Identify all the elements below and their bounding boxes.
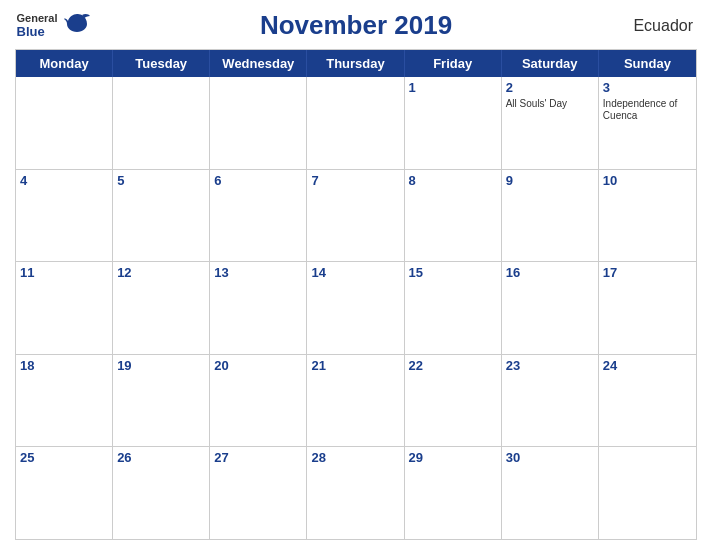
day-header-wednesday: Wednesday	[210, 50, 307, 77]
day-number: 19	[117, 358, 205, 374]
day-cell: 5	[113, 170, 210, 262]
day-header-thursday: Thursday	[307, 50, 404, 77]
day-cell: 20	[210, 355, 307, 447]
day-cell: 23	[502, 355, 599, 447]
calendar-title: November 2019	[89, 10, 623, 41]
week-row-2: 45678910	[16, 169, 696, 262]
day-number: 26	[117, 450, 205, 466]
day-cell: 8	[405, 170, 502, 262]
header: General Blue November 2019 Ecuador	[15, 10, 697, 41]
day-number: 6	[214, 173, 302, 189]
day-cell: 1	[405, 77, 502, 169]
day-headers-row: MondayTuesdayWednesdayThursdayFridaySatu…	[16, 50, 696, 77]
day-cell	[16, 77, 113, 169]
day-header-saturday: Saturday	[502, 50, 599, 77]
day-number: 16	[506, 265, 594, 281]
day-number: 20	[214, 358, 302, 374]
day-cell: 13	[210, 262, 307, 354]
logo-general-text: General	[17, 12, 58, 24]
day-number: 9	[506, 173, 594, 189]
day-cell: 12	[113, 262, 210, 354]
day-cell: 9	[502, 170, 599, 262]
day-number: 1	[409, 80, 497, 96]
day-header-sunday: Sunday	[599, 50, 696, 77]
logo-blue-text: Blue	[17, 24, 45, 39]
day-cell: 21	[307, 355, 404, 447]
day-number: 27	[214, 450, 302, 466]
day-number: 17	[603, 265, 692, 281]
day-number: 21	[311, 358, 399, 374]
holiday-label: Independence of Cuenca	[603, 98, 692, 122]
day-number: 5	[117, 173, 205, 189]
logo: General Blue	[19, 12, 89, 40]
day-number: 23	[506, 358, 594, 374]
day-cell: 15	[405, 262, 502, 354]
day-cell: 25	[16, 447, 113, 539]
day-number: 7	[311, 173, 399, 189]
day-number: 15	[409, 265, 497, 281]
day-number: 11	[20, 265, 108, 281]
day-cell: 14	[307, 262, 404, 354]
day-number: 28	[311, 450, 399, 466]
day-number: 10	[603, 173, 692, 189]
day-number: 12	[117, 265, 205, 281]
day-cell: 18	[16, 355, 113, 447]
day-cell: 2All Souls' Day	[502, 77, 599, 169]
day-number: 4	[20, 173, 108, 189]
day-cell: 22	[405, 355, 502, 447]
day-cell: 27	[210, 447, 307, 539]
day-number: 18	[20, 358, 108, 374]
calendar-grid: MondayTuesdayWednesdayThursdayFridaySatu…	[15, 49, 697, 540]
day-cell	[307, 77, 404, 169]
week-row-5: 252627282930	[16, 446, 696, 539]
week-row-3: 11121314151617	[16, 261, 696, 354]
week-row-4: 18192021222324	[16, 354, 696, 447]
day-cell	[113, 77, 210, 169]
day-number: 22	[409, 358, 497, 374]
day-number: 14	[311, 265, 399, 281]
day-number: 2	[506, 80, 594, 96]
day-cell: 17	[599, 262, 696, 354]
day-cell: 7	[307, 170, 404, 262]
day-cell: 28	[307, 447, 404, 539]
day-cell: 10	[599, 170, 696, 262]
day-header-tuesday: Tuesday	[113, 50, 210, 77]
day-cell	[210, 77, 307, 169]
calendar-body: 12All Souls' Day3Independence of Cuenca4…	[16, 77, 696, 539]
day-cell: 19	[113, 355, 210, 447]
calendar-page: General Blue November 2019 Ecuador Monda…	[0, 0, 712, 550]
day-header-friday: Friday	[405, 50, 502, 77]
day-number: 29	[409, 450, 497, 466]
day-number: 8	[409, 173, 497, 189]
day-cell: 30	[502, 447, 599, 539]
day-cell: 4	[16, 170, 113, 262]
day-number: 25	[20, 450, 108, 466]
holiday-label: All Souls' Day	[506, 98, 594, 110]
day-cell: 11	[16, 262, 113, 354]
logo-bird-icon	[63, 12, 91, 40]
day-cell: 24	[599, 355, 696, 447]
day-number: 3	[603, 80, 692, 96]
country-label: Ecuador	[623, 17, 693, 35]
day-number: 24	[603, 358, 692, 374]
day-cell: 16	[502, 262, 599, 354]
week-row-1: 12All Souls' Day3Independence of Cuenca	[16, 77, 696, 169]
day-number: 30	[506, 450, 594, 466]
day-cell	[599, 447, 696, 539]
day-header-monday: Monday	[16, 50, 113, 77]
day-cell: 29	[405, 447, 502, 539]
day-cell: 26	[113, 447, 210, 539]
day-cell: 6	[210, 170, 307, 262]
day-cell: 3Independence of Cuenca	[599, 77, 696, 169]
day-number: 13	[214, 265, 302, 281]
